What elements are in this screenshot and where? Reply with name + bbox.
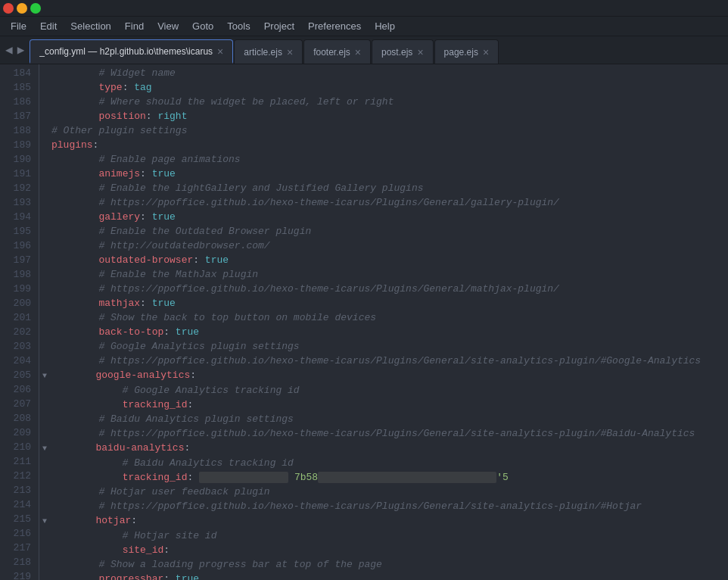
token: # https://ppoffice.github.io/hexo-theme-… xyxy=(51,197,559,208)
code-line-198: # Enable the MathJax plugin xyxy=(51,267,728,282)
tab-article[interactable]: article.ejs× xyxy=(234,39,303,64)
line-number-204: 204 xyxy=(0,354,31,368)
tab-close-post[interactable]: × xyxy=(417,46,423,58)
line-number-210: 210 xyxy=(0,440,31,454)
tab-label-footer: footer.ejs xyxy=(313,47,350,58)
code-line-192: # Enable the lightGallery and Justified … xyxy=(51,181,728,195)
line-numbers: 1841851861871881891901911921931941951961… xyxy=(0,64,39,580)
token: hotjar xyxy=(95,515,131,526)
fold-icon-210[interactable]: ▼ xyxy=(42,444,47,453)
token xyxy=(48,442,95,454)
tab-page[interactable]: page.ejs× xyxy=(434,39,499,64)
token: : xyxy=(184,442,190,454)
code-line-199: # https://ppoffice.github.io/hexo-theme-… xyxy=(51,282,728,296)
menu-item-goto[interactable]: Goto xyxy=(186,19,219,33)
tab-close-page[interactable]: × xyxy=(483,46,489,58)
nav-arrows[interactable]: ◀ ▶ xyxy=(0,36,30,64)
maximize-button[interactable] xyxy=(30,3,41,14)
token: mathjax xyxy=(98,298,140,309)
tab-post[interactable]: post.ejs× xyxy=(372,39,434,64)
menu-item-view[interactable]: View xyxy=(151,19,185,33)
menu-item-selection[interactable]: Selection xyxy=(64,19,117,33)
token: # https://ppoffice.github.io/hexo-theme-… xyxy=(51,283,559,295)
fold-icon-215[interactable]: ▼ xyxy=(42,517,47,525)
line-number-217: 217 xyxy=(0,541,31,555)
title-bar xyxy=(0,0,728,17)
token: right xyxy=(157,111,187,122)
menu-item-find[interactable]: Find xyxy=(119,19,150,33)
line-number-194: 194 xyxy=(0,210,31,224)
code-line-205: ▼ google-analytics: xyxy=(51,368,728,383)
fold-icon-205[interactable]: ▼ xyxy=(42,372,47,380)
code-line-194: gallery: true xyxy=(51,210,728,224)
close-button[interactable] xyxy=(3,3,14,14)
token: # Google Analytics plugin settings xyxy=(51,341,300,352)
code-line-200: mathjax: true xyxy=(51,296,728,310)
code-content[interactable]: # Widget name type: tag # Where should t… xyxy=(39,64,728,580)
token: : xyxy=(140,211,152,223)
menu-item-project[interactable]: Project xyxy=(258,19,300,33)
nav-prev-icon[interactable]: ◀ xyxy=(3,41,15,59)
token: site_id xyxy=(123,544,164,556)
menu-item-help[interactable]: Help xyxy=(369,19,401,33)
line-number-188: 188 xyxy=(0,123,31,138)
line-number-195: 195 xyxy=(0,224,31,239)
token: # Enable the MathJax plugin xyxy=(51,269,258,280)
tab-close-config[interactable]: × xyxy=(217,45,223,58)
token xyxy=(51,399,123,410)
tab-config[interactable]: _config.yml — h2pl.github.io\themes\icar… xyxy=(30,39,233,64)
menu-item-tools[interactable]: Tools xyxy=(221,19,256,33)
token: # Baidu Analytics tracking id xyxy=(51,457,294,469)
code-line-204: # https://ppoffice.github.io/hexo-theme-… xyxy=(51,354,728,368)
token: # Widget name xyxy=(51,67,176,79)
token xyxy=(51,111,98,122)
code-line-208: # Baidu Analytics plugin settings xyxy=(51,412,728,426)
token xyxy=(51,298,98,309)
token: # Hotjar user feedback plugin xyxy=(51,486,270,497)
token: true xyxy=(176,326,199,338)
token xyxy=(51,254,98,266)
code-line-188: # Other plugin settings xyxy=(51,123,728,138)
token: tag xyxy=(134,82,151,93)
tab-close-footer[interactable]: × xyxy=(355,46,361,58)
tab-footer[interactable]: footer.ejs× xyxy=(303,39,371,64)
line-number-207: 207 xyxy=(0,397,31,411)
code-line-207: tracking_id: xyxy=(51,398,728,412)
line-number-184: 184 xyxy=(0,66,31,80)
token: : xyxy=(193,254,205,266)
token xyxy=(51,544,123,556)
code-line-211: # Baidu Analytics tracking id xyxy=(51,456,728,470)
token: : xyxy=(163,544,170,556)
window-controls[interactable] xyxy=(3,3,41,14)
token xyxy=(51,168,98,179)
code-line-197: outdated-browser: true xyxy=(51,253,728,267)
line-number-205: 205 xyxy=(0,368,31,382)
token: : xyxy=(93,139,99,151)
menu-item-preferences[interactable]: Preferences xyxy=(302,19,367,33)
token: true xyxy=(152,298,176,309)
nav-next-icon[interactable]: ▶ xyxy=(15,41,27,59)
menu-item-file[interactable]: File xyxy=(5,19,33,33)
line-number-191: 191 xyxy=(0,167,31,181)
menu-bar: FileEditSelectionFindViewGotoToolsProjec… xyxy=(0,17,728,36)
minimize-button[interactable] xyxy=(17,3,27,14)
token: : xyxy=(187,399,193,410)
line-number-202: 202 xyxy=(0,325,31,339)
token: # Google Analytics tracking id xyxy=(51,385,300,396)
token: animejs xyxy=(98,168,140,179)
code-line-202: back-to-top: true xyxy=(51,325,728,339)
tab-label-config: _config.yml — h2pl.github.io\themes\icar… xyxy=(39,46,213,57)
tab-close-article[interactable]: × xyxy=(287,46,293,58)
token: # Show a loading progress bar at top of … xyxy=(51,559,382,570)
line-number-219: 219 xyxy=(0,569,31,580)
token: gallery xyxy=(98,211,140,223)
token xyxy=(48,370,95,381)
line-number-193: 193 xyxy=(0,195,31,210)
token xyxy=(48,515,95,526)
line-number-185: 185 xyxy=(0,80,31,95)
code-line-191: animejs: true xyxy=(51,167,728,181)
code-line-203: # Google Analytics plugin settings xyxy=(51,339,728,354)
menu-item-edit[interactable]: Edit xyxy=(34,19,63,33)
token xyxy=(51,211,98,223)
code-area: 1841851861871881891901911921931941951961… xyxy=(0,64,728,580)
